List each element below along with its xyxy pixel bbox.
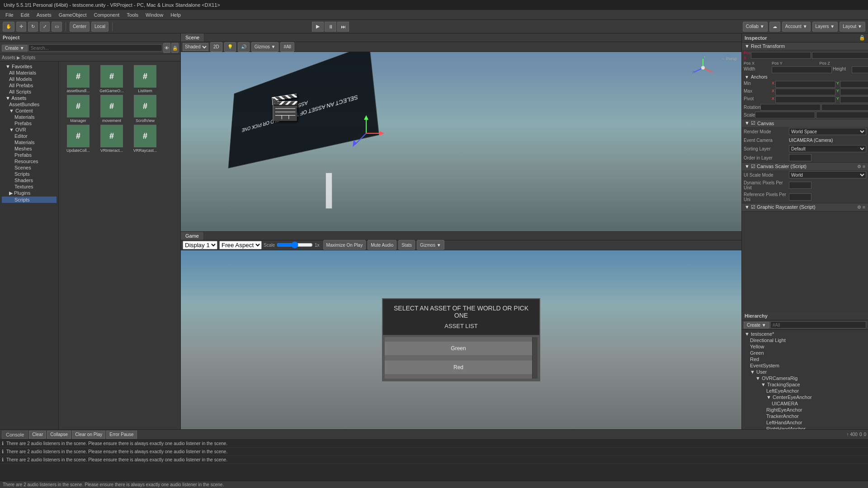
hier-trackingspace[interactable]: ▼ TrackingSpace [743,381,867,388]
list-item-green[interactable]: Green [385,342,532,355]
tree-all-models[interactable]: All Models [2,76,57,82]
file-getgameo[interactable]: # GetGameO... [96,65,127,93]
tree-assetbundles[interactable]: AssetBundles [2,101,57,108]
move-tool-button[interactable]: ✛ [16,22,26,32]
console-message-1[interactable]: ℹ There are 2 audio listeners in the sce… [0,440,868,448]
scene-tab[interactable]: Scene [181,33,204,42]
2d-button[interactable]: 2D [210,42,222,52]
gizmos-button[interactable]: Gizmos ▼ [251,42,279,52]
stats-button[interactable]: Stats [398,240,415,250]
ref-pixels-field[interactable]: 100 [789,193,811,201]
file-assetbundl[interactable]: # assetbundl... [62,65,94,93]
hier-lefteyeanchor[interactable]: LeftEyeAnchor [743,388,867,394]
menu-window[interactable]: Window [142,12,167,18]
tree-meshes[interactable]: Meshes [2,145,57,152]
lock-icon[interactable]: 🔒 [859,35,865,41]
hier-search-input[interactable] [770,321,866,328]
max-x-field[interactable]: 0 [775,89,835,95]
hier-red[interactable]: Red [743,356,867,362]
menu-gameobject[interactable]: GameObject [55,12,90,18]
layers-button[interactable]: Layers ▼ [812,22,838,32]
tree-content-materials[interactable]: Materials [2,114,57,120]
scale-tool-button[interactable]: ⤢ [40,22,50,32]
local-button[interactable]: Local [91,22,108,32]
list-item-red[interactable]: Red [385,361,532,374]
tree-all-prefabs[interactable]: All Prefabs [2,82,57,89]
file-scrollview[interactable]: # ScrollView [129,95,161,123]
step-button[interactable]: ⏭ [337,22,349,32]
hand-tool-button[interactable]: ✋ [3,22,14,32]
menu-tools[interactable]: Tools [123,12,142,18]
game-gizmos-button[interactable]: Gizmos ▼ [417,240,444,250]
hier-directional-light[interactable]: Directional Light [743,337,867,343]
order-in-layer-field[interactable]: 0 [789,154,811,161]
aspect-select[interactable]: Free Aspect [219,241,262,249]
file-listitem[interactable]: # ListItem [129,65,161,93]
file-movement[interactable]: # movement [96,95,127,123]
layout-button[interactable]: Layout ▼ [840,22,865,32]
dynamic-pixels-field[interactable]: 1 [789,182,811,189]
tree-content[interactable]: ▼ Content [2,108,57,114]
file-vrraycast[interactable]: # VRRaycast... [129,125,161,153]
anchors-title[interactable]: ▼ Anchors [742,74,868,80]
render-mode-select[interactable]: World Space [789,128,866,135]
rot-x-field[interactable]: 0 [760,104,821,111]
tree-materials[interactable]: Materials [2,139,57,145]
tree-editor[interactable]: Editor [2,133,57,139]
hier-lefthandanchor[interactable]: LeftHandAnchor [743,419,867,426]
hier-centereyeanchor[interactable]: ▼ CenterEyeAnchor [743,394,867,400]
lock-icon[interactable]: 🔒 [171,43,179,53]
create-button[interactable]: Create ▼ [2,45,28,52]
min-y-field[interactable]: 0 [840,81,868,88]
pos-y-field[interactable]: 0 [812,52,868,59]
raycaster-title[interactable]: ▼ ☑ Graphic Raycaster (Script) ⚙ ≡ [742,203,868,211]
hier-create-button[interactable]: Create ▼ [744,322,769,328]
hier-trackeranchor[interactable]: TrackerAnchor [743,413,867,419]
max-y-field[interactable]: 0 [840,89,868,95]
dialog-scrollbar[interactable] [532,337,538,379]
console-tab[interactable]: Console [2,431,28,439]
rect-tool-button[interactable]: ▭ [52,22,62,32]
hier-ovrcamerarig[interactable]: ▼ OVRCameraRig [743,375,867,381]
tree-scenes[interactable]: Scenes [2,164,57,171]
tree-favorites[interactable]: ▼ Favorites [2,63,57,70]
account-button[interactable]: Account ▼ [782,22,811,32]
rotate-tool-button[interactable]: ↻ [28,22,38,32]
pivot-x-field[interactable]: 0.5 [775,96,835,103]
hier-eventsystem[interactable]: EventSystem [743,362,867,369]
sorting-layer-select[interactable]: Default [789,145,866,152]
pos-x-field[interactable]: 0 [751,52,811,59]
menu-help[interactable]: Help [167,12,184,18]
tree-ovr[interactable]: ▼ OVR [2,127,57,133]
scene-view[interactable]: SELECT AN ASSET OF THE WORLD OR PICK ONE… [181,52,741,231]
tree-content-prefabs[interactable]: Prefabs [2,120,57,127]
scale-x-field[interactable]: 0.0025 [755,112,815,118]
eye-icon[interactable]: 👁 [163,43,170,53]
tree-all-materials[interactable]: All Materials [2,70,57,76]
tree-scripts-selected[interactable]: Scripts [2,197,57,203]
ui-scale-mode-select[interactable]: World [789,171,866,178]
pivot-y-field[interactable]: 0.5 [840,96,868,103]
hier-green[interactable]: Green [743,350,867,356]
maximize-button[interactable]: Maximize On Play [323,240,366,250]
menu-file[interactable]: File [2,12,17,18]
play-button[interactable]: ▶ [312,22,324,32]
hier-righteyeanchor[interactable]: RightEyeAnchor [743,407,867,413]
scene-audio-button[interactable]: 🔊 [238,42,250,52]
tree-shaders[interactable]: Shaders [2,177,57,183]
console-message-3[interactable]: ℹ There are 2 audio listeners in the sce… [0,456,868,464]
min-x-field[interactable]: 0 [775,81,835,88]
scene-gizmo[interactable]: Y X Z [692,56,714,79]
display-select[interactable]: Display 1 [183,241,217,249]
menu-edit[interactable]: Edit [17,12,33,18]
hier-uicamera[interactable]: UICAMERA [743,400,867,407]
tree-assets[interactable]: ▼ Assets [2,95,57,101]
tree-textures[interactable]: Textures [2,183,57,190]
tree-scripts[interactable]: Scripts [2,171,57,177]
menu-assets[interactable]: Assets [33,12,55,18]
error-pause-button[interactable]: Error Pause [106,431,137,439]
canvas-title[interactable]: ▼ ☑ Canvas [742,119,868,127]
clear-button[interactable]: Clear [29,431,46,439]
hier-righthandanchor[interactable]: RightHandAnchor [743,426,867,429]
file-vrinteract[interactable]: # VRInteract... [96,125,127,153]
